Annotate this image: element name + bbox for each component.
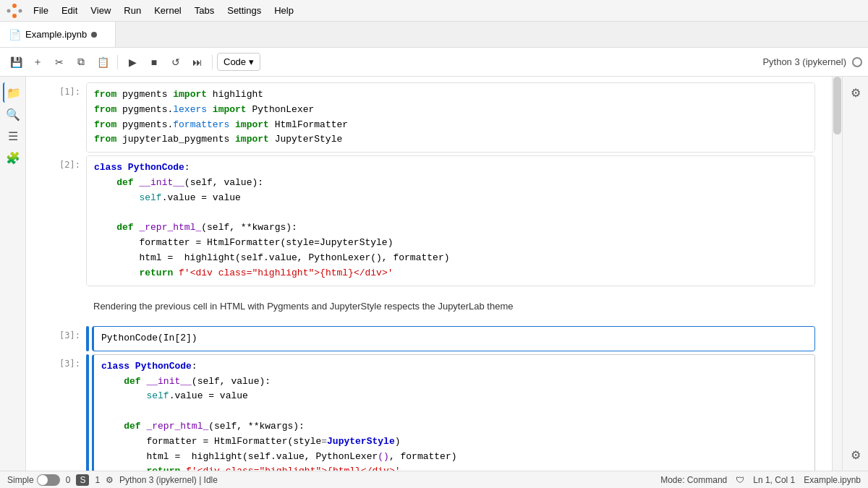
toolbar: 💾 ＋ ✂ ⧉ 📋 ▶ ■ ↺ ⏭ Code ▾ Python 3 (ipyke… [0, 48, 868, 77]
menu-file[interactable]: File [27, 4, 54, 17]
markdown-cell: Rendering the previous cell in HTML with… [43, 289, 815, 324]
toggle-thumb [38, 475, 48, 485]
cell-3-in-label: [3]: [43, 326, 86, 341]
cell-1-code[interactable]: from pygments import highlight from pygm… [87, 83, 814, 152]
status-ln-col: Ln 1, Col 1 [753, 475, 795, 485]
cell-3-input-content[interactable]: PythonCode(In[2]) [92, 326, 815, 351]
toggle-track[interactable] [37, 474, 60, 486]
tabbar: 📄 Example.ipynb [0, 22, 868, 48]
cell-3-out-label: [3]: [43, 354, 86, 369]
status-one: 1 [95, 475, 100, 485]
cell-1: [1]: from pygments import highlight from… [43, 82, 815, 153]
menu-settings[interactable]: Settings [221, 4, 267, 17]
restart-run-button[interactable]: ⏭ [187, 52, 208, 72]
sep2 [212, 55, 213, 69]
status-mode: Mode: Command [660, 475, 727, 485]
cell-3-input-code[interactable]: PythonCode(In[2]) [94, 327, 814, 351]
copy-button[interactable]: ⧉ [71, 52, 91, 72]
sidebar-left: 📁 🔍 ☰ 🧩 [0, 77, 26, 471]
notebook-area[interactable]: [1]: from pygments import highlight from… [26, 77, 832, 471]
menubar: File Edit View Run Kernel Tabs Settings … [0, 0, 868, 22]
cell-2-content[interactable]: class PythonCode: def __init__(self, val… [86, 155, 815, 286]
sidebar-icon-extensions[interactable]: 🧩 [3, 147, 23, 168]
kernel-info: Python 3 (ipykernel) [762, 56, 862, 67]
exec-bar [86, 326, 89, 351]
svg-point-2 [7, 9, 11, 12]
sidebar-right: ⚙ ⚙ [842, 77, 868, 471]
statusbar: Simple 0 S 1 ⚙ Python 3 (ipykernel) | Id… [0, 471, 868, 488]
run-button[interactable]: ▶ [122, 52, 142, 72]
cell-type-label: Code [224, 56, 246, 67]
add-cell-button[interactable]: ＋ [27, 52, 48, 72]
simple-label: Simple [7, 475, 34, 485]
cell-1-content[interactable]: from pygments import highlight from pygm… [86, 82, 815, 153]
cell-type-dropdown[interactable]: Code ▾ [217, 53, 260, 71]
scrollbar-thumb[interactable] [833, 77, 841, 134]
cut-button[interactable]: ✂ [49, 52, 69, 72]
kernel-status-circle [852, 57, 862, 67]
simple-toggle[interactable]: Simple [7, 474, 60, 486]
kernel-label: Python 3 (ipykernel) [762, 56, 846, 67]
statusbar-right: Mode: Command 🛡 Ln 1, Col 1 Example.ipyn… [660, 475, 861, 485]
sidebar-icon-files[interactable]: 📁 [3, 82, 23, 103]
svg-point-1 [12, 14, 17, 18]
restart-button[interactable]: ↺ [166, 52, 186, 72]
sep1 [117, 55, 118, 69]
notebook-tab[interactable]: 📄 Example.ipynb [0, 22, 116, 47]
cell-3-output: [3]: class PythonCode: def __init__(self… [43, 354, 815, 471]
paste-button[interactable]: 📋 [93, 52, 113, 72]
sidebar-right-icon-property[interactable]: ⚙ [846, 82, 866, 103]
menu-edit[interactable]: Edit [56, 4, 83, 17]
cell-2-code[interactable]: class PythonCode: def __init__(self, val… [87, 156, 814, 285]
status-gear-icon: ⚙ [106, 475, 114, 485]
tab-icon: 📄 [9, 29, 21, 40]
svg-point-0 [12, 4, 17, 8]
cell-2-label: [2]: [43, 155, 86, 170]
menu-run[interactable]: Run [118, 4, 147, 17]
status-filename: Example.ipynb [804, 475, 861, 485]
md-content: Rendering the previous cell in HTML with… [86, 289, 815, 324]
status-shield-icon: 🛡 [736, 475, 744, 485]
scrollbar[interactable] [832, 77, 842, 471]
menu-help[interactable]: Help [268, 4, 299, 17]
main-area: 📁 🔍 ☰ 🧩 [1]: from pygments import highli… [0, 77, 868, 471]
exec-bar-out [86, 354, 89, 471]
menu-view[interactable]: View [85, 4, 116, 17]
dropdown-arrow-icon: ▾ [249, 56, 254, 67]
sidebar-right-icon-settings[interactable]: ⚙ [846, 445, 866, 465]
svg-point-3 [19, 9, 22, 12]
tab-unsaved-dot [91, 32, 97, 38]
sidebar-icon-search[interactable]: 🔍 [3, 104, 23, 124]
sidebar-icon-toc[interactable]: ☰ [3, 126, 23, 146]
md-label [43, 289, 86, 294]
menu-tabs[interactable]: Tabs [189, 4, 220, 17]
cell-area: [1]: from pygments import highlight from… [31, 77, 827, 471]
stop-button[interactable]: ■ [144, 52, 164, 72]
cell-2: [2]: class PythonCode: def __init__(self… [43, 155, 815, 286]
jupyter-logo [6, 2, 23, 20]
status-zero: 0 [66, 475, 71, 485]
cell-1-label: [1]: [43, 82, 86, 97]
menu-kernel[interactable]: Kernel [148, 4, 187, 17]
cell-3-output-content[interactable]: class PythonCode: def __init__(self, val… [92, 354, 815, 471]
status-s: S [76, 474, 89, 486]
cell-3-input: [3]: PythonCode(In[2]) [43, 326, 815, 351]
cell-3-output-code[interactable]: class PythonCode: def __init__(self, val… [94, 355, 814, 471]
tab-label: Example.ipynb [25, 29, 87, 40]
md-text: Rendering the previous cell in HTML with… [86, 295, 815, 318]
status-kernel: Python 3 (ipykernel) | Idle [119, 475, 218, 485]
save-button[interactable]: 💾 [6, 52, 26, 72]
